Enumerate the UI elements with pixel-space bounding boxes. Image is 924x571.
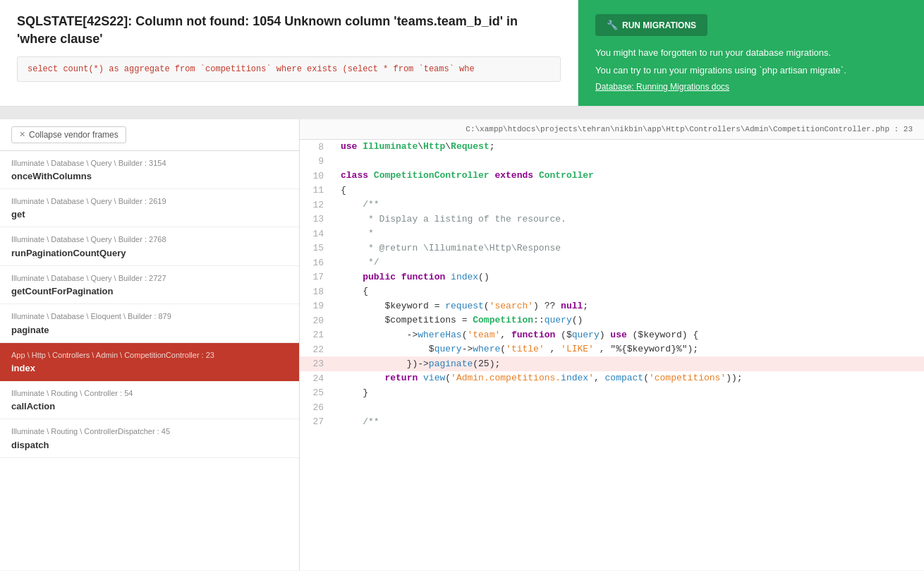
stack-item-class: Illuminate \ Database \ Query \ Builder … xyxy=(11,234,288,245)
stack-item[interactable]: Illuminate \ Database \ Query \ Builder … xyxy=(0,189,299,227)
table-row: 12 /** xyxy=(300,198,924,212)
stack-item-method: runPaginationCountQuery xyxy=(11,248,288,258)
table-row: 26 xyxy=(300,400,924,415)
stack-item-method: paginate xyxy=(11,325,288,335)
stack-item-class: App \ Http \ Controllers \ Admin \ Compe… xyxy=(11,350,288,361)
table-row: 8use Illuminate\Http\Request; xyxy=(300,140,924,155)
line-number: 9 xyxy=(300,154,335,169)
line-code: */ xyxy=(335,256,924,270)
line-code: } xyxy=(335,385,924,400)
line-number: 14 xyxy=(300,227,335,241)
error-section: SQLSTATE[42S22]: Column not found: 1054 … xyxy=(0,0,924,107)
error-right-panel: 🔧 RUN MIGRATIONS You might have forgotte… xyxy=(578,0,924,106)
line-number: 22 xyxy=(300,342,335,357)
table-row: 10class CompetitionController extends Co… xyxy=(300,169,924,184)
error-query: select count(*) as aggregate from `compe… xyxy=(17,56,561,82)
line-number: 11 xyxy=(300,183,335,198)
main-content: ✕ Collapse vendor frames Illuminate \ Da… xyxy=(0,119,924,570)
line-number: 26 xyxy=(300,400,335,415)
stack-item-class: Illuminate \ Database \ Eloquent \ Build… xyxy=(11,311,288,322)
line-number: 18 xyxy=(300,284,335,299)
stack-panel-header: ✕ Collapse vendor frames xyxy=(0,119,299,151)
stack-item[interactable]: Illuminate \ Routing \ ControllerDispatc… xyxy=(0,419,299,457)
line-number: 15 xyxy=(300,241,335,256)
table-row: 13 * Display a listing of the resource. xyxy=(300,212,924,227)
line-code: { xyxy=(335,183,924,198)
code-panel: C:\xampp\htdocs\projects\tehran\nikbin\a… xyxy=(300,119,924,570)
run-migrations-button[interactable]: 🔧 RUN MIGRATIONS xyxy=(595,14,707,36)
stack-panel: ✕ Collapse vendor frames Illuminate \ Da… xyxy=(0,119,300,570)
wrench-icon: 🔧 xyxy=(607,20,618,30)
table-row: 24 return view('Admin.competitions.index… xyxy=(300,371,924,386)
line-number: 12 xyxy=(300,198,335,212)
stack-item[interactable]: Illuminate \ Database \ Query \ Builder … xyxy=(0,151,299,189)
stack-item-method: index xyxy=(11,363,288,373)
error-hint-2: You can try to run your migrations using… xyxy=(595,64,907,78)
line-number: 24 xyxy=(300,371,335,386)
section-divider xyxy=(0,107,924,119)
table-row: 25 } xyxy=(300,385,924,400)
table-row: 16 */ xyxy=(300,256,924,270)
line-code: * @return \Illuminate\Http\Response xyxy=(335,241,924,256)
line-number: 20 xyxy=(300,313,335,328)
line-number: 17 xyxy=(300,270,335,284)
table-row: 17 public function index() xyxy=(300,270,924,284)
table-row: 20 $competitions = Competition::query() xyxy=(300,313,924,328)
table-row: 27 /** xyxy=(300,414,924,429)
migrations-docs-link[interactable]: Database: Running Migrations docs xyxy=(595,82,729,92)
error-hint-1: You might have forgotten to run your dat… xyxy=(595,46,907,61)
table-row: 9 xyxy=(300,154,924,169)
line-number: 25 xyxy=(300,385,335,400)
table-row: 15 * @return \Illuminate\Http\Response xyxy=(300,241,924,256)
line-number: 8 xyxy=(300,140,335,155)
line-code: /** xyxy=(335,198,924,212)
table-row: 14 * xyxy=(300,227,924,241)
stack-item-class: Illuminate \ Routing \ Controller : 54 xyxy=(11,388,288,399)
line-code: return view('Admin.competitions.index', … xyxy=(335,371,924,386)
line-code xyxy=(335,154,924,169)
stack-item-method: dispatch xyxy=(11,440,288,450)
line-code: public function index() xyxy=(335,270,924,284)
line-code: class CompetitionController extends Cont… xyxy=(335,169,924,184)
line-code: { xyxy=(335,284,924,299)
stack-item-class: Illuminate \ Database \ Query \ Builder … xyxy=(11,158,288,169)
table-row: 18 { xyxy=(300,284,924,299)
stack-item[interactable]: Illuminate \ Database \ Query \ Builder … xyxy=(0,227,299,265)
stack-item-method: get xyxy=(11,209,288,220)
table-row: 23 })->paginate(25); xyxy=(300,356,924,371)
stack-item[interactable]: Illuminate \ Routing \ Controller : 54 c… xyxy=(0,381,299,419)
line-code: * Display a listing of the resource. xyxy=(335,212,924,227)
stack-item-class: Illuminate \ Routing \ ControllerDispatc… xyxy=(11,426,288,437)
table-row: 22 $query->where('title' , 'LIKE' , "%{$… xyxy=(300,342,924,357)
line-number: 10 xyxy=(300,169,335,184)
error-left-panel: SQLSTATE[42S22]: Column not found: 1054 … xyxy=(0,0,578,106)
collapse-vendor-button[interactable]: ✕ Collapse vendor frames xyxy=(11,126,126,143)
stack-item-method: getCountForPagination xyxy=(11,286,288,296)
stack-item-method: onceWithColumns xyxy=(11,171,288,181)
stack-item[interactable]: Illuminate \ Database \ Eloquent \ Build… xyxy=(0,304,299,342)
table-row: 11{ xyxy=(300,183,924,198)
table-row: 19 $keyword = request('search') ?? null; xyxy=(300,299,924,313)
line-code: $competitions = Competition::query() xyxy=(335,313,924,328)
line-code: use Illuminate\Http\Request; xyxy=(335,140,924,155)
line-number: 16 xyxy=(300,256,335,270)
table-row: 21 ->whereHas('team', function ($query) … xyxy=(300,327,924,342)
line-code: $keyword = request('search') ?? null; xyxy=(335,299,924,313)
line-code: ->whereHas('team', function ($query) use… xyxy=(335,327,924,342)
stack-item-class: Illuminate \ Database \ Query \ Builder … xyxy=(11,196,288,207)
error-title: SQLSTATE[42S22]: Column not found: 1054 … xyxy=(17,13,561,48)
line-code: /** xyxy=(335,414,924,429)
stack-item-class: Illuminate \ Database \ Query \ Builder … xyxy=(11,273,288,284)
stack-item[interactable]: App \ Http \ Controllers \ Admin \ Compe… xyxy=(0,343,299,381)
file-path: C:\xampp\htdocs\projects\tehran\nikbin\a… xyxy=(300,119,924,140)
x-icon: ✕ xyxy=(19,130,25,139)
line-code: $query->where('title' , 'LIKE' , "%{$key… xyxy=(335,342,924,357)
code-table: 8use Illuminate\Http\Request;910class Co… xyxy=(300,140,924,429)
line-code: * xyxy=(335,227,924,241)
stack-items-list: Illuminate \ Database \ Query \ Builder … xyxy=(0,151,299,458)
stack-item[interactable]: Illuminate \ Database \ Query \ Builder … xyxy=(0,266,299,304)
line-code xyxy=(335,400,924,415)
line-number: 23 xyxy=(300,356,335,371)
line-number: 13 xyxy=(300,212,335,227)
line-code: })->paginate(25); xyxy=(335,356,924,371)
